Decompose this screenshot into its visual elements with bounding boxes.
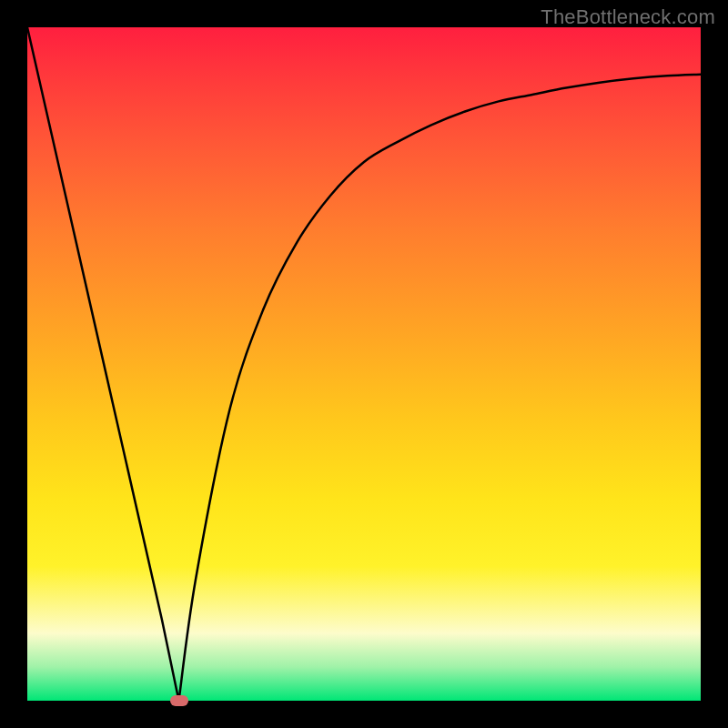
watermark-label: TheBottleneck.com	[541, 5, 715, 29]
bottleneck-curve	[27, 27, 701, 701]
chart-frame: TheBottleneck.com	[0, 0, 728, 728]
optimal-point-marker	[170, 695, 188, 706]
plot-area	[27, 27, 701, 701]
